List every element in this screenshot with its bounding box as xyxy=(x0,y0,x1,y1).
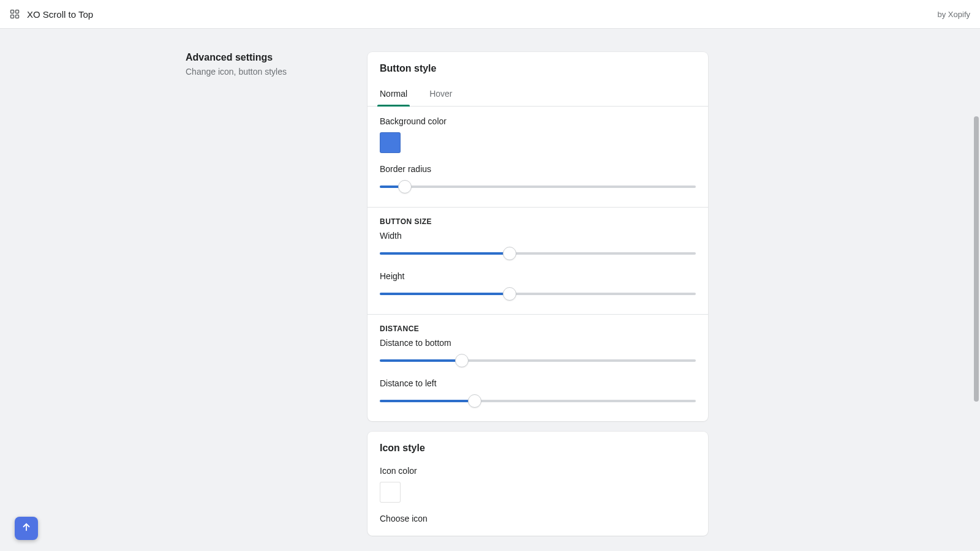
button-style-card: Button style Normal Hover Background col… xyxy=(368,52,708,421)
distance-bottom-slider[interactable] xyxy=(380,354,696,367)
app-grid-icon xyxy=(10,9,20,19)
distance-heading: DISTANCE xyxy=(368,315,708,335)
svg-rect-0 xyxy=(11,10,14,13)
width-slider[interactable] xyxy=(380,247,696,260)
tab-hover[interactable]: Hover xyxy=(429,83,452,106)
scroll-to-top-button[interactable] xyxy=(15,517,38,540)
page-scrollbar-thumb[interactable] xyxy=(974,116,979,402)
distance-bottom-label: Distance to bottom xyxy=(380,338,696,348)
tab-normal[interactable]: Normal xyxy=(380,83,407,106)
button-style-heading: Button style xyxy=(368,52,708,83)
svg-rect-2 xyxy=(11,15,14,18)
button-size-heading: BUTTON SIZE xyxy=(368,208,708,228)
page-body: Advanced settings Change icon, button st… xyxy=(0,29,980,551)
distance-left-label: Distance to left xyxy=(380,378,696,388)
settings-summary-title: Advanced settings xyxy=(186,52,353,63)
settings-summary: Advanced settings Change icon, button st… xyxy=(186,52,368,546)
border-radius-slider[interactable] xyxy=(380,180,696,193)
page-scrollbar[interactable] xyxy=(973,40,979,550)
width-label: Width xyxy=(380,231,696,241)
icon-style-card: Icon style Icon color Choose icon xyxy=(368,432,708,536)
distance-left-slider[interactable] xyxy=(380,394,696,408)
app-title: XO Scroll to Top xyxy=(27,9,93,20)
arrow-up-icon xyxy=(21,522,32,535)
button-style-tabs: Normal Hover xyxy=(368,83,708,107)
svg-rect-1 xyxy=(16,10,19,13)
background-color-swatch[interactable] xyxy=(380,132,401,153)
header-left: XO Scroll to Top xyxy=(10,9,93,20)
border-radius-label: Border radius xyxy=(380,164,696,174)
icon-color-label: Icon color xyxy=(380,466,696,476)
icon-style-heading: Icon style xyxy=(368,432,708,462)
settings-summary-subtitle: Change icon, button styles xyxy=(186,67,353,77)
choose-icon-label: Choose icon xyxy=(380,514,696,523)
background-color-label: Background color xyxy=(380,116,696,126)
svg-rect-3 xyxy=(16,15,19,18)
height-label: Height xyxy=(380,271,696,281)
icon-color-swatch[interactable] xyxy=(380,482,401,503)
app-author: by Xopify xyxy=(938,10,970,19)
height-slider[interactable] xyxy=(380,287,696,301)
app-header: XO Scroll to Top by Xopify xyxy=(0,0,980,29)
